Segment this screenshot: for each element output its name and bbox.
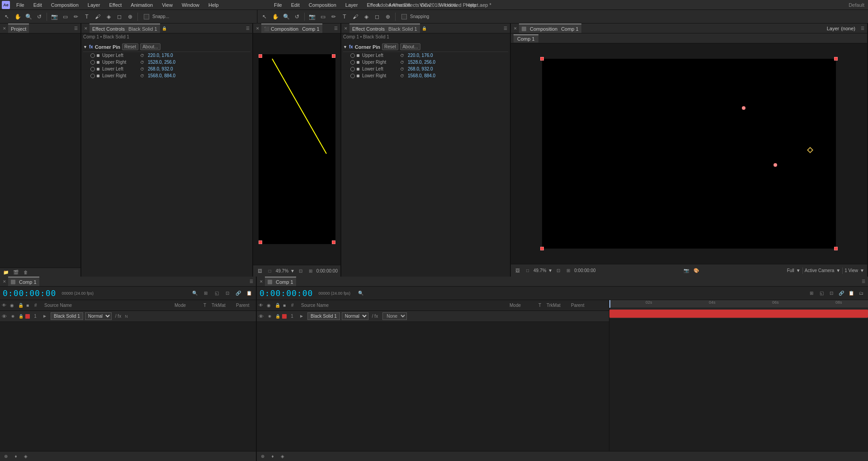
tl-right-play[interactable]: ▶ <box>297 312 306 320</box>
ec-left-close[interactable]: ✕ <box>84 26 88 31</box>
tool2-zoom[interactable]: 🔍 <box>281 12 291 22</box>
comp-main-view[interactable] <box>511 43 867 264</box>
ec-left-lock[interactable]: 🔒 <box>162 26 167 31</box>
project-new-comp[interactable]: 🎬 <box>12 268 20 277</box>
project-new-folder[interactable]: 📁 <box>2 268 10 277</box>
tl-left-vis[interactable]: 👁 <box>2 314 7 319</box>
menu2-edit[interactable]: Edit <box>289 1 302 9</box>
tl-left-ctrl2[interactable]: ◱ <box>212 289 221 297</box>
tl-right-mode[interactable]: Normal <box>342 312 368 320</box>
tl-left-ctrl1[interactable]: ⊞ <box>202 289 210 297</box>
comp-main-tab[interactable]: Composition Comp 1 <box>519 24 581 33</box>
tl-left-solo[interactable]: ◉ <box>9 312 17 320</box>
comp-main-color[interactable]: 🎨 <box>692 267 700 275</box>
tool-brush[interactable]: 🖌 <box>93 12 103 22</box>
tool-arrow[interactable]: ↖ <box>2 12 12 22</box>
tl-left-ctrl3[interactable]: ⊡ <box>223 289 231 297</box>
tool-puppet[interactable]: ⊕ <box>125 12 135 22</box>
tool2-camera[interactable]: 📷 <box>307 12 317 22</box>
comp-main-pixel[interactable]: □ <box>524 267 532 275</box>
view-arrow[interactable]: ▼ <box>860 268 864 273</box>
project-close[interactable]: ✕ <box>3 26 6 31</box>
comp-small-pixel-icon[interactable]: □ <box>266 267 274 275</box>
tl-right-menu[interactable]: ☰ <box>862 279 865 284</box>
tl-right-layername[interactable]: Black Solid 1 <box>307 312 340 320</box>
tl-left-ctrl4[interactable]: 🔗 <box>234 289 242 297</box>
tool2-puppet[interactable]: ⊕ <box>383 12 393 22</box>
tl-right-footer2[interactable]: ♦ <box>269 452 277 461</box>
diamond-point[interactable] <box>807 147 813 153</box>
comp-small-tab[interactable]: ⬛ Composition Comp 1 <box>261 24 322 33</box>
tl-left-menu[interactable]: ☰ <box>250 279 253 284</box>
project-trash[interactable]: 🗑 <box>22 268 30 277</box>
tool-text[interactable]: T <box>82 12 92 22</box>
menu2-layer[interactable]: Layer <box>344 1 360 9</box>
corner-pin-expand[interactable]: ▼ <box>83 45 87 49</box>
corner-main-tr[interactable] <box>834 57 838 61</box>
ec-right-value-1[interactable]: 1528.0, 256.0 <box>408 60 435 65</box>
tool-hand[interactable]: ✋ <box>13 12 23 22</box>
ec-left-tab[interactable]: Effect Controls Black Solid 1 <box>90 24 160 33</box>
snap2-checkbox[interactable] <box>401 14 407 19</box>
ctrl-point-2[interactable] <box>774 163 777 167</box>
tl-right-ctrl2[interactable]: ◱ <box>817 289 826 297</box>
tl-right-parent[interactable]: None <box>382 312 407 320</box>
project-tab[interactable]: Project <box>8 24 29 33</box>
corner-main-tl[interactable] <box>540 57 544 61</box>
tl-left-play[interactable]: ▶ <box>41 312 49 320</box>
comp-small-zoom-arrow[interactable]: ▼ <box>290 268 295 273</box>
btn-about-left[interactable]: About... <box>140 43 160 50</box>
tl-left-layername[interactable]: Black Solid 1 <box>51 312 83 320</box>
tl-left-search[interactable]: 🔍 <box>191 289 199 297</box>
tool-zoom[interactable]: 🔍 <box>24 12 33 22</box>
tool2-text[interactable]: T <box>340 12 349 22</box>
btn-reset-left[interactable]: Reset <box>122 43 138 50</box>
ec-right-menu[interactable]: ☰ <box>504 26 507 31</box>
ec-right-tab[interactable]: Effect Controls Black Solid 1 <box>349 24 420 33</box>
corner-pin-expand-r[interactable]: ▼ <box>343 45 347 49</box>
comp-main-menu[interactable]: ☰ <box>861 26 864 31</box>
tool2-rect[interactable]: ▭ <box>318 12 328 22</box>
tl-right-ctrl1[interactable]: ⊞ <box>807 289 816 297</box>
menu-composition[interactable]: Composition <box>49 1 80 9</box>
tl-layer-bar[interactable] <box>609 310 868 318</box>
tool-pen[interactable]: ✏ <box>71 12 81 22</box>
ec-right-value-2[interactable]: 268.0, 932.0 <box>408 66 433 71</box>
tl-right-ctrl4[interactable]: 🔗 <box>837 289 845 297</box>
menu-effect[interactable]: Effect <box>107 1 123 9</box>
ec-left-value-1[interactable]: 1528.0, 256.0 <box>148 60 175 65</box>
comp-small-safe[interactable]: ⊞ <box>307 267 315 275</box>
tl-left-tab[interactable]: Comp 1 <box>8 277 39 286</box>
tl-right-ctrl6[interactable]: 🗂 <box>857 289 865 297</box>
tl-right-lock-icon[interactable]: 🔒 <box>275 314 280 319</box>
tool-rect[interactable]: ▭ <box>60 12 70 22</box>
tl-right-footer1[interactable]: ⊕ <box>259 452 267 461</box>
tl-playhead[interactable] <box>609 300 610 308</box>
tl-right-tab[interactable]: Comp 1 <box>265 277 296 286</box>
ec-right-lock[interactable]: 🔒 <box>422 26 427 31</box>
comp-main-zoom[interactable]: 49.7% <box>533 268 546 273</box>
menu2-composition[interactable]: Composition <box>307 1 338 9</box>
corner-main-bl[interactable] <box>540 247 544 250</box>
tool-eraser[interactable]: ◻ <box>114 12 124 22</box>
tl-left-time[interactable]: 0:00:00:00 <box>3 288 56 298</box>
tool2-pen[interactable]: ✏ <box>329 12 339 22</box>
ctrl-point-1[interactable] <box>742 106 745 110</box>
comp-main-camera-btn[interactable]: 📷 <box>682 267 690 275</box>
btn-about-right[interactable]: About... <box>400 43 420 50</box>
menu-window[interactable]: Window <box>180 1 201 9</box>
tl-right-time[interactable]: 0:00:00:00 <box>259 288 313 298</box>
tl-left-footer2[interactable]: ♦ <box>12 452 20 461</box>
ec-left-value-3[interactable]: 1568.0, 884.0 <box>148 73 175 78</box>
menu2-file[interactable]: File <box>272 1 284 9</box>
comp-small-fit[interactable]: ⊡ <box>297 267 305 275</box>
comp-main-preview[interactable]: 🖼 <box>514 267 522 275</box>
ec-right-value-0[interactable]: 220.0, 176.0 <box>408 53 433 58</box>
tool2-rotate[interactable]: ↺ <box>292 12 302 22</box>
tl-right-close[interactable]: ✕ <box>259 279 263 284</box>
menu-layer[interactable]: Layer <box>86 1 102 9</box>
tl-right-ctrl3[interactable]: ⊡ <box>827 289 835 297</box>
comp-main-close[interactable]: ✕ <box>514 26 517 31</box>
comp-small-zoom[interactable]: 49.7% <box>276 268 288 273</box>
comp-main-safe[interactable]: ⊞ <box>564 267 572 275</box>
